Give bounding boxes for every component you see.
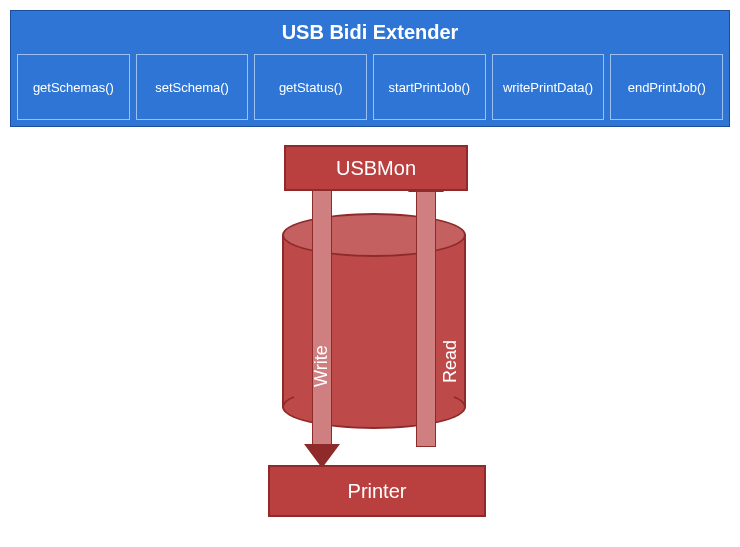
- usbmon-node: USBMon: [284, 145, 468, 191]
- write-arrow: [312, 189, 332, 447]
- method-startprintjob: startPrintJob(): [373, 54, 486, 120]
- usbprint-cylinder: [282, 213, 466, 429]
- write-label: Write: [311, 345, 332, 387]
- method-endprintjob: endPrintJob(): [610, 54, 723, 120]
- extender-title: USB Bidi Extender: [17, 21, 723, 44]
- method-getstatus: getStatus(): [254, 54, 367, 120]
- method-getschemas: getSchemas(): [17, 54, 130, 120]
- usb-bidi-extender-panel: USB Bidi Extender getSchemas() setSchema…: [10, 10, 730, 127]
- extender-methods-row: getSchemas() setSchema() getStatus() sta…: [17, 54, 723, 120]
- method-writeprintdata: writePrintData(): [492, 54, 605, 120]
- architecture-diagram: USBMon Printer USBPrint Write Read: [10, 127, 730, 522]
- read-label: Read: [440, 340, 461, 383]
- printer-node: Printer: [268, 465, 486, 517]
- read-arrow: [416, 189, 436, 447]
- usbprint-label: USBPrint: [10, 247, 194, 270]
- method-setschema: setSchema(): [136, 54, 249, 120]
